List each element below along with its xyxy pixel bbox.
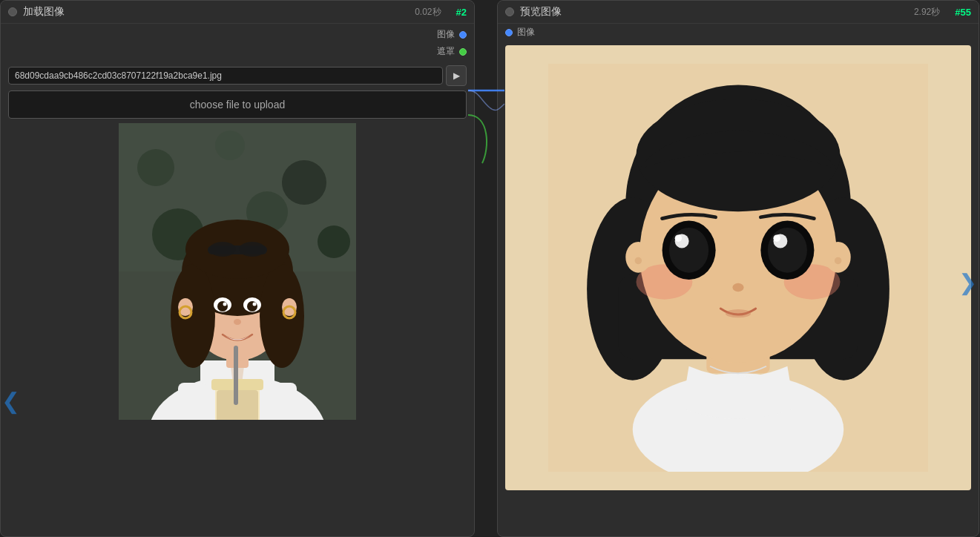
svg-point-15 bbox=[171, 264, 215, 368]
svg-point-64 bbox=[835, 257, 841, 264]
filepath-bar: 68d09cdaa9cb486c2cd03c8707122f19a2bca9e1… bbox=[8, 65, 467, 86]
svg-point-58 bbox=[773, 234, 780, 241]
right-node-title: 预览图像 bbox=[520, 5, 562, 19]
svg-rect-32 bbox=[178, 383, 208, 420]
left-side-arrow: ❮ bbox=[1, 388, 20, 414]
svg-point-27 bbox=[234, 319, 241, 325]
svg-point-63 bbox=[635, 257, 642, 264]
svg-point-59 bbox=[732, 283, 743, 291]
port-image-dot[interactable] bbox=[459, 31, 467, 39]
svg-point-3 bbox=[137, 149, 174, 186]
right-node-indicator bbox=[505, 7, 514, 16]
left-node-header: 加载图像 0.02秒 #2 bbox=[1, 1, 474, 24]
svg-point-25 bbox=[223, 303, 227, 306]
canvas-background: 加载图像 0.02秒 #2 图像 遮罩 68d09cdaa9cb486c2cd0… bbox=[0, 0, 980, 537]
port-mask-dot[interactable] bbox=[459, 48, 467, 56]
right-port-image-dot[interactable] bbox=[505, 29, 513, 36]
left-node-header-left: 加载图像 bbox=[8, 5, 65, 19]
svg-point-23 bbox=[217, 301, 228, 312]
woman-photo-svg bbox=[119, 123, 356, 420]
left-node-title: 加载图像 bbox=[23, 5, 65, 19]
right-node-ports: 图像 bbox=[498, 24, 979, 41]
left-node-ports: 图像 遮罩 bbox=[1, 24, 474, 62]
svg-point-19 bbox=[209, 242, 236, 257]
port-image-label: 图像 bbox=[437, 28, 455, 41]
svg-point-16 bbox=[260, 264, 304, 368]
port-mask-label: 遮罩 bbox=[437, 45, 455, 58]
port-image-row: 图像 bbox=[437, 28, 467, 41]
left-node-indicator bbox=[8, 7, 17, 16]
svg-point-56 bbox=[768, 228, 807, 273]
right-side-arrow: ❯ bbox=[958, 269, 977, 295]
svg-point-60 bbox=[726, 309, 751, 317]
right-port-image-label: 图像 bbox=[517, 26, 535, 39]
filepath-text: 68d09cdaa9cb486c2cd03c8707122f19a2bca9e1… bbox=[8, 67, 443, 85]
svg-point-52 bbox=[669, 228, 708, 273]
svg-point-5 bbox=[282, 160, 326, 205]
svg-point-26 bbox=[253, 303, 257, 306]
left-node-badge: #2 bbox=[456, 7, 467, 18]
svg-rect-37 bbox=[234, 346, 238, 405]
svg-rect-33 bbox=[267, 383, 297, 420]
left-image-preview bbox=[8, 123, 467, 420]
left-node-time: 0.02秒 bbox=[415, 6, 441, 19]
play-button[interactable]: ▶ bbox=[446, 65, 467, 86]
right-node-header: 预览图像 2.92秒 #55 bbox=[498, 1, 979, 24]
left-node-card: 加载图像 0.02秒 #2 图像 遮罩 68d09cdaa9cb486c2cd0… bbox=[0, 0, 475, 537]
right-node-card: 预览图像 2.92秒 #55 图像 bbox=[497, 0, 979, 537]
svg-point-54 bbox=[675, 234, 682, 241]
cartoon-face-svg bbox=[538, 64, 938, 472]
right-node-time: 2.92秒 bbox=[914, 6, 940, 19]
right-node-header-left: 预览图像 bbox=[505, 5, 562, 19]
svg-point-8 bbox=[318, 225, 350, 258]
upload-button[interactable]: choose file to upload bbox=[8, 90, 467, 119]
cartoon-girl-preview bbox=[505, 45, 971, 490]
right-node-badge: #55 bbox=[955, 7, 971, 18]
svg-point-20 bbox=[239, 242, 266, 257]
svg-point-24 bbox=[247, 301, 257, 312]
port-mask-row: 遮罩 bbox=[437, 45, 467, 58]
svg-point-4 bbox=[215, 131, 245, 160]
